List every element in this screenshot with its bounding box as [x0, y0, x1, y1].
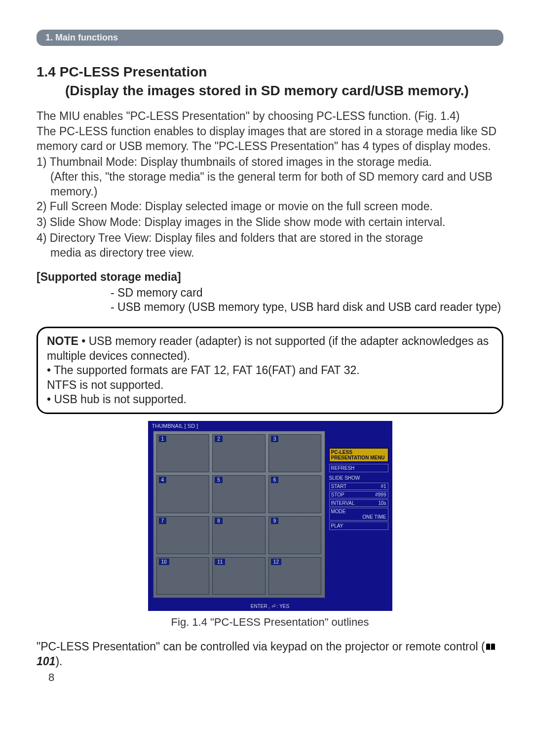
thumbnail: 8 [212, 516, 266, 554]
thumbnail: 5 [212, 475, 266, 513]
thumbnail: 9 [268, 516, 322, 554]
cross-ref: 101 [37, 655, 55, 668]
thumbnail-number: 10 [159, 559, 169, 565]
refresh-button: REFRESH [329, 464, 388, 472]
thumbnail-number: 7 [159, 518, 167, 524]
after-fig-a: "PC-LESS Presentation" can be controlled… [37, 640, 485, 653]
supported-heading: [Supported storage media] [37, 270, 503, 284]
thumbnail-number: 3 [271, 436, 279, 442]
heading-sub: (Display the images stored in SD memory … [37, 81, 503, 100]
figure-caption: Fig. 1.4 "PC-LESS Presentation" outlines [148, 616, 392, 629]
thumbnail-number: 5 [215, 477, 223, 483]
stop-row: STOP #999 [329, 491, 388, 498]
thumbnail-number: 8 [215, 518, 223, 524]
heading-main: 1.4 PC-LESS Presentation [37, 64, 207, 79]
thumbnail: 12 [268, 557, 322, 595]
thumbnail-number: 12 [271, 559, 281, 565]
mode-4-line1: 4) Directory Tree View: Display files an… [37, 231, 423, 244]
section-bar: 1. Main functions [37, 30, 503, 46]
mode-row: MODE ONE TIME [329, 508, 388, 521]
after-fig-b: ). [55, 655, 62, 668]
thumbnail: 6 [268, 475, 322, 513]
slideshow-label: SLIDE SHOW [329, 474, 388, 482]
supported-item-sd: - SD memory card [111, 286, 503, 301]
thumbnail: 2 [212, 434, 266, 472]
intro-p1: The MIU enables "PC-LESS Presentation" b… [37, 109, 503, 124]
thumbnail-number: 2 [215, 436, 223, 442]
thumbnail-number: 9 [271, 518, 279, 524]
mode-3: 3) Slide Show Mode: Display images in th… [37, 215, 503, 230]
book-icon [485, 641, 496, 649]
stop-value: #999 [375, 492, 386, 497]
thumbnail: 10 [156, 557, 210, 595]
thumbnail-number: 1 [159, 436, 167, 442]
figure-1-4: THUMBNAIL [ SD ] 1 2 3 4 5 6 7 8 9 10 11… [148, 421, 392, 629]
mode-1-line2: (After this, "the storage media" is the … [37, 170, 503, 199]
thumbnail-area: 1 2 3 4 5 6 7 8 9 10 11 12 [153, 431, 325, 598]
pcless-screenshot: THUMBNAIL [ SD ] 1 2 3 4 5 6 7 8 9 10 11… [148, 421, 392, 611]
side-panel: PC-LESS PRESENTATION MENU REFRESH SLIDE … [329, 448, 388, 532]
stop-label: STOP [331, 492, 344, 497]
thumbnail: 3 [268, 434, 322, 472]
interval-label: INTERVAL [331, 500, 355, 506]
section-heading: 1.4 PC-LESS Presentation (Display the im… [37, 63, 503, 100]
play-button: PLAY [329, 522, 388, 530]
thumbnail-number: 6 [271, 477, 279, 483]
supported-list: - SD memory card - USB memory (USB memor… [37, 286, 503, 315]
note-line-1: • USB memory reader (adapter) is not sup… [47, 335, 489, 362]
intro-block: The MIU enables "PC-LESS Presentation" b… [37, 109, 503, 261]
thumbnail: 4 [156, 475, 210, 513]
thumbnail: 1 [156, 434, 210, 472]
mode-1: 1) Thumbnail Mode: Display thumbnails of… [37, 155, 503, 199]
after-figure-text: "PC-LESS Presentation" can be controlled… [37, 640, 503, 669]
panel-title: PC-LESS PRESENTATION MENU [329, 448, 388, 462]
mode-value: ONE TIME [331, 514, 386, 520]
mode-1-line1: 1) Thumbnail Mode: Display thumbnails of… [37, 155, 432, 168]
screenshot-footer: ENTER , ⏎ : YES [148, 604, 392, 609]
mode-4: 4) Directory Tree View: Display files an… [37, 231, 503, 261]
start-label: START [331, 484, 347, 489]
screenshot-title: THUMBNAIL [ SD ] [152, 423, 198, 429]
intro-p2: The PC-LESS function enables to display … [37, 124, 503, 154]
thumbnail: 11 [212, 557, 266, 595]
interval-row: INTERVAL 10s [329, 499, 388, 507]
mode-label: MODE [331, 509, 346, 514]
supported-item-usb: - USB memory (USB memory type, USB hard … [111, 300, 503, 315]
thumbnail: 7 [156, 516, 210, 554]
page: 1. Main functions 1.4 PC-LESS Presentati… [0, 0, 533, 699]
thumbnail-number: 11 [215, 559, 225, 565]
note-label: NOTE [47, 335, 78, 347]
mode-2: 2) Full Screen Mode: Display selected im… [37, 199, 503, 214]
page-number: 8 [37, 671, 503, 684]
thumbnail-number: 4 [159, 477, 167, 483]
note-box: NOTE • USB memory reader (adapter) is no… [37, 327, 503, 414]
note-line-3: NTFS is not supported. [47, 378, 164, 391]
note-line-2: • The supported formats are FAT 12, FAT … [47, 364, 360, 377]
mode-4-line2: media as directory tree view. [37, 246, 503, 261]
start-row: START #1 [329, 483, 388, 490]
note-line-4: • USB hub is not supported. [47, 393, 187, 406]
thumbnail-grid: 1 2 3 4 5 6 7 8 9 10 11 12 [156, 434, 322, 595]
interval-value: 10s [378, 500, 386, 506]
start-value: #1 [381, 484, 386, 489]
